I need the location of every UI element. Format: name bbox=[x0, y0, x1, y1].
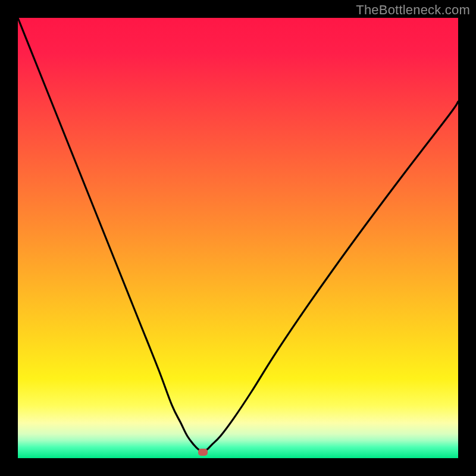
chart-frame: TheBottleneck.com bbox=[0, 0, 476, 476]
watermark-text: TheBottleneck.com bbox=[356, 2, 470, 18]
plot-area bbox=[18, 18, 458, 458]
min-marker bbox=[198, 449, 208, 456]
bottleneck-curve bbox=[18, 18, 458, 458]
